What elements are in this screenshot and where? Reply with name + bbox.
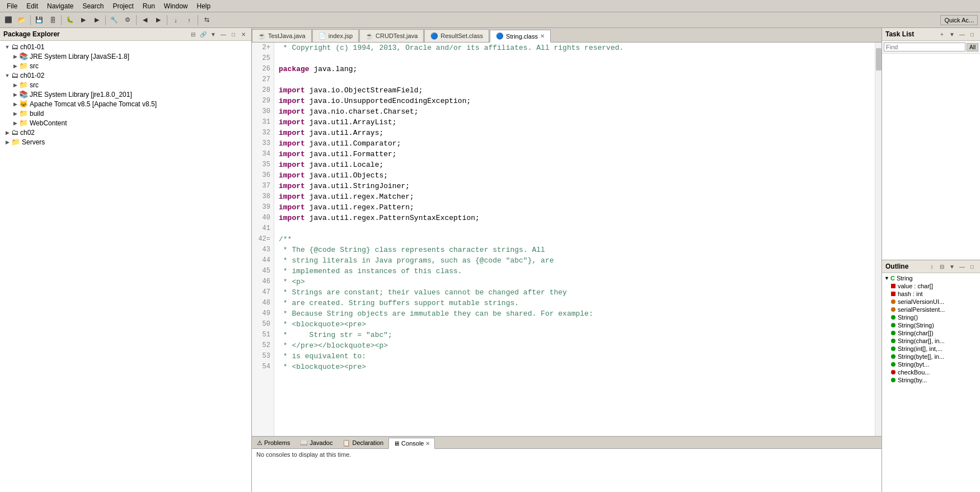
code-line-33: import java.util.Comparator; (279, 138, 875, 149)
minimize-button[interactable]: — (219, 30, 228, 39)
outline-menu-button[interactable]: ▼ (948, 262, 956, 271)
outline-item-string-string[interactable]: String(String) (883, 321, 979, 329)
tree-item-src-01[interactable]: ▶ 📁 src (1, 61, 250, 71)
package-explorer-tree[interactable]: ▼ 🗂 ch01-01 ▶ 📚 JRE System Library [Java… (0, 41, 251, 492)
tree-item-jre-02[interactable]: ▶ 📚 JRE System Library [jre1.8.0_201] (1, 90, 250, 99)
tree-arrow-ch01-02[interactable]: ▼ (3, 73, 11, 78)
tree-arrow-ch02[interactable]: ▶ (3, 130, 11, 135)
toolbar-build[interactable]: 🔧 (108, 14, 120, 26)
outline-item-string[interactable]: ▼ C String (883, 274, 979, 282)
toolbar-new[interactable]: ⬛ (2, 14, 15, 26)
outline-collapse-button[interactable]: ⊟ (937, 262, 946, 271)
tree-arrow-ch01-01[interactable]: ▼ (3, 44, 11, 50)
menu-edit[interactable]: Edit (22, 1, 43, 11)
toolbar-open[interactable]: 📂 (16, 14, 28, 26)
link-editor-button[interactable]: 🔗 (199, 30, 208, 39)
toolbar-prev-ann[interactable]: ↑ (183, 14, 195, 26)
outline-item-serialPersistent[interactable]: serialPersistent... (883, 306, 979, 313)
tree-arrow-jre-02[interactable]: ▶ (11, 92, 19, 97)
toolbar-back[interactable]: ◀ (139, 14, 151, 26)
toolbar-sep-2 (61, 15, 62, 25)
editor-content[interactable]: 2+ 25 26 27 28 29 30 31 32 33 34 35 36 3… (252, 43, 881, 436)
code-lines[interactable]: * Copyright (c) 1994, 2013, Oracle and/o… (274, 43, 875, 436)
outline-item-string-ctor[interactable]: String() (883, 313, 979, 321)
ln-34: 34 (255, 149, 270, 160)
outline-item-string-bytein[interactable]: String(byte[], in... (883, 353, 979, 360)
task-list-menu-button[interactable]: ▼ (948, 30, 956, 39)
tree-item-ch02[interactable]: ▶ 🗂 ch02 (1, 128, 250, 137)
toolbar-forward[interactable]: ▶ (152, 14, 165, 26)
tree-item-webcontent[interactable]: ▶ 📁 WebContent (1, 118, 250, 128)
outline-tree[interactable]: ▼ C String value : char[] hash : int (882, 273, 980, 492)
tree-arrow-webcontent[interactable]: ▶ (11, 120, 19, 126)
menu-run[interactable]: Run (138, 1, 160, 11)
tree-arrow-jre-01[interactable]: ▶ (11, 54, 19, 59)
outline-item-string-chararray[interactable]: String(char[]) (883, 329, 979, 337)
toolbar-build2[interactable]: ⚙ (121, 14, 134, 26)
close-panel-button[interactable]: ✕ (239, 30, 248, 39)
toolbar-save-all[interactable]: 🗄 (46, 14, 59, 26)
quick-access-button[interactable]: Quick Ac... (940, 15, 978, 25)
tab-console[interactable]: 🖥 Console ✕ (388, 438, 435, 449)
outline-item-serialVersionUID[interactable]: serialVersionUI... (883, 298, 979, 306)
outline-item-hash[interactable]: hash : int (883, 290, 979, 298)
tab-indexjsp[interactable]: 📄 index.jsp (312, 29, 359, 42)
outline-item-string-charin[interactable]: String(char[], in... (883, 337, 979, 345)
menu-search[interactable]: Search (78, 1, 108, 11)
outline-arrow-string[interactable]: ▼ (884, 275, 889, 281)
collapse-all-button[interactable]: ⊟ (189, 30, 198, 39)
menu-file[interactable]: File (2, 1, 22, 11)
menu-navigate[interactable]: Navigate (43, 1, 78, 11)
scrollbar-thumb[interactable] (876, 48, 881, 71)
toolbar-run2[interactable]: ▶ (91, 14, 103, 26)
tab-console-close-icon[interactable]: ✕ (425, 441, 430, 447)
tab-resultset[interactable]: 🔵 ResultSet.class (424, 29, 489, 42)
tree-arrow-src-02[interactable]: ▶ (11, 82, 19, 88)
ln-39: 39 (255, 202, 270, 213)
menu-project[interactable]: Project (108, 1, 138, 11)
tree-item-ch01-02[interactable]: ▼ 🗂 ch01-02 (1, 71, 250, 80)
tab-crudtest[interactable]: ☕ CRUDTest.java (359, 29, 424, 42)
task-find-input[interactable] (884, 43, 965, 51)
task-list-maximize-button[interactable]: □ (968, 30, 977, 39)
tab-javadoc[interactable]: 📖 Javadoc (295, 437, 337, 448)
editor-vertical-scrollbar[interactable] (875, 43, 881, 436)
tab-declaration[interactable]: 📋 Declaration (337, 437, 388, 448)
outline-item-string-byt[interactable]: String(byt... (883, 360, 979, 368)
toolbar-debug[interactable]: 🐛 (64, 14, 76, 26)
maximize-button[interactable]: □ (229, 30, 238, 39)
tree-item-src-02[interactable]: ▶ 📁 src (1, 80, 250, 90)
tab-crudtest-label: CRUDTest.java (376, 32, 418, 39)
tree-item-ch01-01[interactable]: ▼ 🗂 ch01-01 (1, 42, 250, 51)
tree-label-ch01-01: ch01-01 (20, 43, 44, 51)
toolbar-save[interactable]: 💾 (33, 14, 45, 26)
outline-item-string-intarray[interactable]: String(int[], int,... (883, 345, 979, 353)
task-list-add-button[interactable]: + (937, 30, 946, 39)
tree-arrow-tomcat[interactable]: ▶ (11, 101, 19, 107)
tree-item-tomcat[interactable]: ▶ 🐱 Apache Tomcat v8.5 [Apache Tomcat v8… (1, 99, 250, 109)
tab-testjava[interactable]: ☕ TestJava.java (252, 29, 312, 42)
tab-stringclass[interactable]: 🔵 String.class ✕ (490, 30, 551, 43)
menu-help[interactable]: Help (193, 1, 215, 11)
tree-arrow-build[interactable]: ▶ (11, 111, 19, 116)
outline-sync-button[interactable]: ↕ (927, 262, 936, 271)
toolbar-run[interactable]: ▶ (77, 14, 90, 26)
tree-item-build[interactable]: ▶ 📁 build (1, 109, 250, 118)
outline-maximize-button[interactable]: □ (968, 262, 977, 271)
tab-problems[interactable]: ⚠ Problems (252, 437, 295, 448)
outline-minimize-button[interactable]: — (958, 262, 967, 271)
tree-arrow-servers[interactable]: ▶ (3, 139, 11, 145)
toolbar-ext[interactable]: ⇆ (200, 14, 213, 26)
tab-stringclass-close-icon[interactable]: ✕ (540, 33, 545, 39)
tree-item-jre-01[interactable]: ▶ 📚 JRE System Library [JavaSE-1.8] (1, 51, 250, 61)
outline-item-stringby[interactable]: String(by... (883, 376, 979, 384)
tree-item-servers[interactable]: ▶ 📁 Servers (1, 137, 250, 147)
task-find-all-button[interactable]: All (967, 43, 978, 51)
task-list-minimize-button[interactable]: — (958, 30, 967, 39)
view-menu-button[interactable]: ▼ (209, 30, 218, 39)
outline-item-checkbou[interactable]: checkBou... (883, 368, 979, 376)
toolbar-next-ann[interactable]: ↓ (170, 14, 182, 26)
outline-item-value[interactable]: value : char[] (883, 282, 979, 290)
tree-arrow-src-01[interactable]: ▶ (11, 63, 19, 69)
menu-window[interactable]: Window (160, 1, 193, 11)
